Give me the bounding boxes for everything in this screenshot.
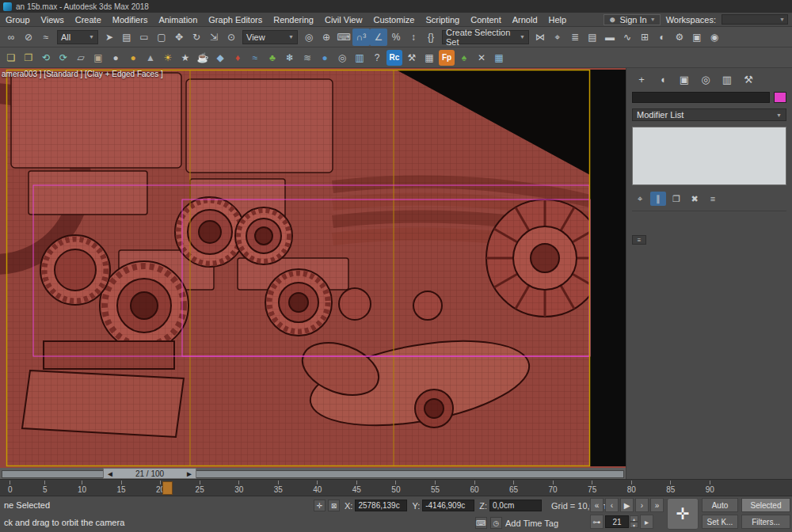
spinner-snap-icon[interactable]: ↕ [405, 28, 422, 46]
layer-stack-icon[interactable]: ❏ [2, 49, 20, 66]
target-icon[interactable]: ◎ [333, 49, 351, 66]
select-and-scale-icon[interactable]: ⇲ [205, 28, 223, 46]
tab-utilities[interactable]: ⚒ [739, 71, 758, 87]
current-frame-spinner[interactable]: 21 ▴ ▾ [605, 515, 638, 529]
chart-icon[interactable]: ▥ [351, 49, 368, 66]
rectangular-selection-region-icon[interactable]: ▭ [135, 28, 153, 46]
frame-spin-up[interactable]: ▴ [630, 515, 638, 522]
material-editor-icon[interactable]: ◐ [653, 28, 671, 46]
ribbon-toggle-icon[interactable]: ▬ [601, 28, 619, 46]
select-and-rotate-icon[interactable]: ↻ [188, 28, 205, 46]
tab-modify[interactable]: ◖ [653, 71, 672, 87]
keyboard-shortcut-override-icon[interactable]: ⌨ [335, 28, 352, 46]
mirror-icon[interactable]: ⋈ [531, 28, 549, 46]
rendered-frame-window-icon[interactable]: ▣ [688, 28, 706, 46]
transform-gizmo-icon[interactable]: ✛ [667, 498, 699, 530]
next-frame-button[interactable]: › [635, 498, 649, 512]
configure-modifier-sets-icon[interactable]: ≡ [705, 192, 721, 206]
tab-create[interactable]: + [632, 71, 651, 87]
viewport-label[interactable]: amera003 ] [Standard ] [Clay + Edged Fac… [2, 70, 163, 78]
selected-key-filter-button[interactable]: Selected [741, 498, 790, 512]
timeline-ruler[interactable]: 051015202530354045505560657075808590 [0, 479, 792, 496]
teapot-icon[interactable]: ☕ [194, 49, 211, 66]
help-icon[interactable]: ? [368, 49, 386, 66]
schematic-view-icon[interactable]: ⊞ [636, 28, 653, 46]
go-to-start-button[interactable]: « [590, 498, 604, 512]
duplicate-layers-icon[interactable]: ❐ [20, 49, 37, 66]
percent-snap-icon[interactable]: % [387, 28, 405, 46]
workspaces-dropdown[interactable]: ▼ [722, 14, 788, 25]
edit-named-selection-sets-icon[interactable]: {} [422, 28, 440, 46]
menu-animation[interactable]: Animation [153, 14, 203, 25]
render-production-icon[interactable]: ◉ [706, 28, 723, 46]
layer-explorer-icon[interactable]: ≣ [566, 28, 584, 46]
snowflake-icon[interactable]: ❄ [281, 49, 299, 66]
menu-modifiers[interactable]: Modifiers [107, 14, 154, 25]
time-slider-track[interactable]: ◄ 21 / 100 ► [0, 468, 626, 479]
make-unique-icon[interactable]: ❐ [668, 192, 684, 206]
sign-in-button[interactable]: ☻ Sign In ▼ [604, 14, 661, 25]
snaps-toggle-icon[interactable]: ∩³ [352, 28, 370, 46]
key-filters-button[interactable]: Filters... [741, 515, 790, 529]
cone-primitive-icon[interactable]: ▲ [142, 49, 159, 66]
railclone-icon[interactable]: Rc [386, 50, 402, 66]
gold-sphere-icon[interactable]: ● [124, 49, 142, 66]
menu-create[interactable]: Create [70, 14, 107, 25]
tab-hierarchy[interactable]: ▣ [675, 71, 694, 87]
z-coordinate-field[interactable]: 0,0cm [489, 500, 542, 511]
play-button[interactable]: ▶ [620, 498, 634, 512]
go-to-end-button[interactable]: » [650, 498, 664, 512]
add-time-tag-label[interactable]: Add Time Tag [505, 519, 558, 528]
leaf-icon[interactable]: ♣ [264, 49, 281, 66]
select-and-place-icon[interactable]: ⊙ [223, 28, 240, 46]
rotate-right-icon[interactable]: ⟳ [55, 49, 72, 66]
sun-icon[interactable]: ☀ [159, 49, 177, 66]
use-pivot-point-center-icon[interactable]: ◎ [300, 28, 318, 46]
select-and-manipulate-icon[interactable]: ⊕ [318, 28, 335, 46]
star-icon[interactable]: ★ [177, 49, 194, 66]
menu-civil-view[interactable]: Civil View [319, 14, 367, 25]
remove-modifier-icon[interactable]: ✖ [687, 192, 703, 206]
menu-views[interactable]: Views [36, 14, 70, 25]
x-coordinate-field[interactable]: 25786,139c [355, 500, 407, 511]
forestpack-icon[interactable]: Fp [439, 50, 455, 66]
selection-lock-toggle[interactable]: ⊠ [328, 500, 340, 511]
grid-icon[interactable]: ▦ [490, 49, 508, 66]
select-and-link-icon[interactable]: ∞ [2, 28, 20, 46]
diamond-icon[interactable]: ◆ [211, 49, 229, 66]
window-crossing-icon[interactable]: ▢ [153, 28, 170, 46]
current-frame-value[interactable]: 21 [605, 515, 629, 528]
menu-scripting[interactable]: Scripting [420, 14, 465, 25]
pin-stack-icon[interactable]: ⌖ [632, 192, 648, 206]
auto-key-button[interactable]: Auto [702, 498, 738, 512]
plane-primitive-icon[interactable]: ▱ [72, 49, 89, 66]
tab-display[interactable]: ▥ [718, 71, 737, 87]
set-key-icon[interactable]: ⊶ [590, 515, 604, 529]
select-object-icon[interactable]: ➤ [101, 28, 118, 46]
camera-viewport[interactable]: amera003 ] [Standard ] [Clay + Edged Fac… [0, 68, 626, 468]
box-primitive-icon[interactable]: ▣ [89, 49, 107, 66]
menu-rendering[interactable]: Rendering [268, 14, 319, 25]
close-icon[interactable]: ✕ [473, 49, 490, 66]
keyboard-icon[interactable]: ⌨ [475, 517, 487, 529]
spreadsheet-icon[interactable]: ▦ [421, 49, 438, 66]
menu-group[interactable]: Group [0, 14, 36, 25]
show-end-result-icon[interactable]: ∥ [650, 192, 666, 206]
frame-spin-down[interactable]: ▾ [630, 522, 638, 528]
wave-icon[interactable]: ≈ [246, 49, 264, 66]
y-coordinate-field[interactable]: -4146,909c [422, 500, 474, 511]
modifier-list-dropdown[interactable]: Modifier List ▼ [632, 108, 786, 121]
frame-forward-arrow[interactable]: ► [185, 469, 193, 478]
object-name-input[interactable] [632, 92, 770, 103]
current-frame-marker[interactable] [162, 481, 173, 495]
select-by-name-icon[interactable]: ▤ [118, 28, 135, 46]
menu-help[interactable]: Help [543, 14, 573, 25]
droplet-icon[interactable]: ♦ [229, 49, 246, 66]
previous-frame-button[interactable]: ‹ [605, 498, 619, 512]
wrench-icon[interactable]: ⚒ [403, 49, 421, 66]
time-slider-thumb[interactable]: ◄ 21 / 100 ► [103, 468, 196, 479]
named-selection-set-dropdown[interactable]: Create Selection Set ▼ [442, 30, 529, 44]
menu-customize[interactable]: Customize [367, 14, 420, 25]
menu-graph-editors[interactable]: Graph Editors [203, 14, 268, 25]
align-icon[interactable]: ⌖ [549, 28, 566, 46]
